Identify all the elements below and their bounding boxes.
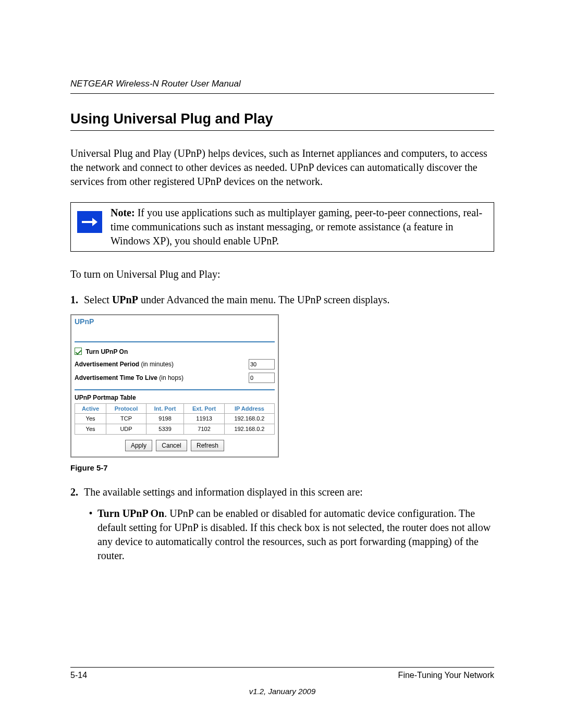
adv-period-hint: (in minutes) — [139, 361, 174, 368]
adv-ttl-input[interactable]: 0 — [249, 373, 275, 383]
note-box: Note: If you use applications such as mu… — [70, 202, 494, 252]
portmap-table: Active Protocol Int. Port Ext. Port IP A… — [75, 403, 275, 435]
panel-button-row: Apply Cancel Refresh — [75, 440, 275, 451]
cell-active: Yes — [75, 424, 106, 435]
arrow-right-icon — [77, 211, 102, 233]
note-label: Note: — [111, 207, 135, 218]
note-text: Note: If you use applications such as mu… — [111, 206, 489, 248]
step-1: 1. Select UPnP under Advanced the main m… — [70, 293, 494, 307]
note-body: If you use applications such as multipla… — [111, 207, 482, 246]
cell-ip: 192.168.0.2 — [224, 424, 274, 435]
step-1-pre: Select — [84, 294, 112, 305]
step-2: 2. The available settings and informatio… — [70, 485, 494, 563]
cell-ip: 192.168.0.2 — [224, 414, 274, 424]
turn-upnp-on-label: Turn UPnP On — [75, 348, 275, 356]
bullet-bold: Turn UPnP On — [97, 508, 164, 519]
running-header: NETGEAR Wireless-N Router User Manual — [70, 78, 494, 94]
adv-period-input[interactable]: 30 — [249, 359, 275, 369]
refresh-button[interactable]: Refresh — [191, 440, 224, 451]
cell-intport: 5339 — [146, 424, 183, 435]
cell-intport: 9198 — [146, 414, 183, 424]
section-title: Using Universal Plug and Play — [70, 109, 494, 131]
footer-chapter: Fine-Tuning Your Network — [398, 670, 494, 681]
upnp-panel-title: UPnP — [75, 317, 275, 342]
step-1-number: 1. — [70, 293, 84, 307]
adv-ttl-label-bold: Advertisement Time To Live — [75, 374, 157, 381]
step-2-body: The available settings and information d… — [84, 485, 494, 563]
adv-period-row: Advertisement Period (in minutes) 30 — [75, 359, 275, 369]
step-1-body: Select UPnP under Advanced the main menu… — [84, 293, 494, 307]
turn-upnp-on-checkbox[interactable] — [75, 348, 82, 355]
footer-version: v1.2, January 2009 — [70, 686, 494, 697]
cell-protocol: UDP — [106, 424, 146, 435]
cell-protocol: TCP — [106, 414, 146, 424]
figure-caption: Figure 5-7 — [70, 463, 494, 473]
table-row: Yes UDP 5339 7102 192.168.0.2 — [75, 424, 275, 435]
th-active: Active — [75, 403, 106, 414]
th-ext-port: Ext. Port — [184, 403, 225, 414]
cell-active: Yes — [75, 414, 106, 424]
bullet-dot-icon: • — [84, 507, 97, 563]
svg-marker-2 — [92, 218, 97, 226]
step-1-bold: UPnP — [112, 294, 138, 305]
panel-separator — [75, 389, 275, 390]
bullet-turn-upnp-on: • Turn UPnP On. UPnP can be enabled or d… — [84, 507, 494, 563]
upnp-panel: UPnP Turn UPnP On Advertisement Period (… — [70, 314, 279, 458]
turn-upnp-on-text: Turn UPnP On — [85, 348, 128, 355]
adv-ttl-row: Advertisement Time To Live (in hops) 0 — [75, 373, 275, 383]
adv-period-label-bold: Advertisement Period — [75, 361, 139, 368]
step-2-number: 2. — [70, 485, 84, 563]
apply-button[interactable]: Apply — [125, 440, 152, 451]
th-protocol: Protocol — [106, 403, 146, 414]
adv-ttl-hint: (in hops) — [157, 374, 183, 381]
step-1-post: under Advanced the main menu. The UPnP s… — [138, 294, 390, 305]
figure-5-7: UPnP Turn UPnP On Advertisement Period (… — [70, 314, 494, 473]
cancel-button[interactable]: Cancel — [156, 440, 187, 451]
table-row: Yes TCP 9198 11913 192.168.0.2 — [75, 414, 275, 424]
step-2-text: The available settings and information d… — [84, 486, 363, 498]
portmap-table-title: UPnP Portmap Table — [75, 393, 275, 402]
intro-paragraph: Universal Plug and Play (UPnP) helps dev… — [70, 146, 494, 189]
footer-page-number: 5-14 — [70, 670, 87, 681]
th-ip: IP Address — [224, 403, 274, 414]
adv-ttl-label: Advertisement Time To Live (in hops) — [75, 374, 249, 382]
th-int-port: Int. Port — [146, 403, 183, 414]
bullet-body: Turn UPnP On. UPnP can be enabled or dis… — [97, 507, 494, 563]
cell-extport: 11913 — [184, 414, 225, 424]
adv-period-label: Advertisement Period (in minutes) — [75, 360, 249, 368]
turn-upnp-on-row: Turn UPnP On — [75, 348, 275, 356]
cell-extport: 7102 — [184, 424, 225, 435]
steps-lead-in: To turn on Universal Plug and Play: — [70, 267, 494, 281]
page-footer: 5-14 Fine-Tuning Your Network v1.2, Janu… — [70, 667, 494, 697]
